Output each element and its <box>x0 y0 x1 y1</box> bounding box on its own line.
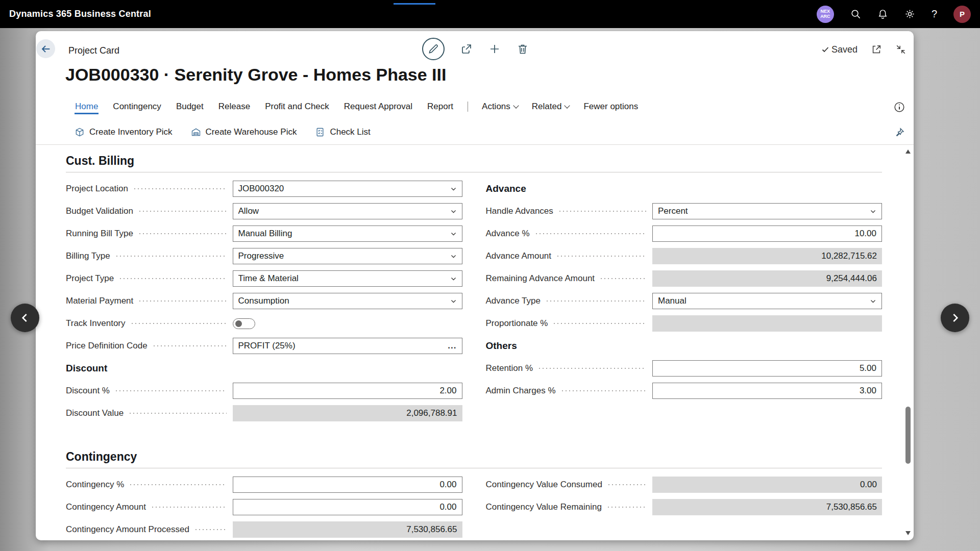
contingency-value-consumed-field: 0.00 <box>652 477 882 493</box>
saved-label: Saved <box>831 44 857 55</box>
back-button[interactable] <box>36 39 55 58</box>
contingency-pct-input[interactable] <box>233 477 462 493</box>
project-location-dropdown[interactable]: JOB000320 <box>233 181 462 197</box>
dotted-leader <box>132 323 227 324</box>
tab-report[interactable]: Report <box>427 99 454 114</box>
collapse-icon[interactable] <box>895 44 906 55</box>
field-row-advance-amount: Advance Amount 10,282,715.62 <box>486 245 883 267</box>
field-row-budget-validation: Budget Validation Allow <box>66 200 462 222</box>
field-label: Price Definition Code <box>66 341 148 351</box>
previous-record-button[interactable] <box>11 304 39 332</box>
assist-edit-button[interactable]: ... <box>448 341 456 351</box>
new-plus-icon[interactable] <box>488 43 501 55</box>
create-warehouse-pick-button[interactable]: Create Warehouse Pick <box>191 127 297 137</box>
next-record-button[interactable] <box>941 304 969 332</box>
open-in-window-icon[interactable] <box>871 44 882 55</box>
share-icon[interactable] <box>460 43 473 55</box>
tab-budget[interactable]: Budget <box>176 99 204 114</box>
field-value: Percent <box>658 206 688 216</box>
field-label: Proportionate % <box>486 318 548 329</box>
proportionate-pct-field <box>652 315 882 332</box>
card-type-label: Project Card <box>68 45 119 56</box>
tab-profit-and-check[interactable]: Profit and Check <box>264 99 330 114</box>
chevron-down-icon <box>450 208 457 215</box>
pin-icon[interactable] <box>894 127 905 138</box>
vertical-scrollbar[interactable] <box>904 147 912 537</box>
help-icon[interactable]: ? <box>932 8 937 20</box>
project-type-dropdown[interactable]: Time & Material <box>233 270 462 287</box>
field-row-running-bill-type: Running Bill Type Manual Billing <box>66 222 462 245</box>
tab-contingency[interactable]: Contingency <box>112 99 162 114</box>
dotted-leader <box>152 507 227 508</box>
fewer-options-button[interactable]: Fewer options <box>583 99 639 114</box>
actions-menu-label: Actions <box>482 102 510 112</box>
command-label: Create Inventory Pick <box>89 127 173 137</box>
tab-release[interactable]: Release <box>218 99 251 114</box>
price-definition-code-field[interactable]: PROFIT (25%) ... <box>233 338 462 354</box>
section-title-cust-billing: Cust. Billing <box>66 154 882 172</box>
chevron-down-icon <box>450 253 457 260</box>
field-label: Advance Amount <box>486 251 552 261</box>
field-label: Billing Type <box>66 251 110 261</box>
field-label: Admin Charges % <box>486 386 556 396</box>
saved-indicator: Saved <box>821 44 857 55</box>
org-avatar[interactable]: NEX ARC <box>817 6 834 23</box>
dotted-leader <box>559 211 646 212</box>
project-card: Project Card JOB000330 · Serenity Grove … <box>36 31 914 540</box>
settings-gear-icon[interactable] <box>904 9 915 19</box>
budget-validation-dropdown[interactable]: Allow <box>233 203 462 219</box>
tab-request-approval[interactable]: Request Approval <box>344 99 413 114</box>
scroll-down-arrow-icon[interactable] <box>905 531 911 535</box>
user-avatar[interactable]: P <box>953 6 971 23</box>
material-payment-dropdown[interactable]: Consumption <box>233 293 462 309</box>
warehouse-icon <box>191 127 201 137</box>
billing-type-dropdown[interactable]: Progressive <box>233 248 462 264</box>
field-value: Progressive <box>238 251 284 261</box>
actions-menu[interactable]: Actions <box>482 102 518 112</box>
handle-advances-dropdown[interactable]: Percent <box>652 203 882 219</box>
scroll-up-arrow-icon[interactable] <box>905 149 911 154</box>
create-inventory-pick-button[interactable]: Create Inventory Pick <box>75 127 173 137</box>
dotted-leader <box>562 390 646 391</box>
chevron-down-icon <box>450 231 457 237</box>
delete-trash-icon[interactable] <box>517 43 529 55</box>
discount-pct-input[interactable] <box>233 383 462 399</box>
tab-home[interactable]: Home <box>75 99 99 114</box>
dotted-leader <box>134 188 227 189</box>
field-label: Track Inventory <box>66 318 126 329</box>
field-row-contingency-amount-processed: Contingency Amount Processed 7,530,856.6… <box>66 518 462 540</box>
info-icon[interactable] <box>894 102 905 113</box>
check-list-button[interactable]: Check List <box>315 127 370 137</box>
org-avatar-line2: ARC <box>820 14 830 19</box>
dotted-leader <box>116 390 227 391</box>
retention-pct-input[interactable] <box>652 360 882 377</box>
contingency-columns: Contingency % Contingency Amount Conting… <box>66 473 882 540</box>
user-initial: P <box>960 10 965 18</box>
chevron-down-icon <box>450 298 457 305</box>
notifications-icon[interactable] <box>877 9 888 19</box>
field-row-advance-type: Advance Type Manual <box>486 290 883 312</box>
dotted-leader <box>139 233 227 234</box>
remaining-advance-amount-field: 9,254,444.06 <box>652 270 882 287</box>
admin-charges-pct-input[interactable] <box>652 383 882 399</box>
advance-pct-input[interactable] <box>652 226 882 242</box>
discount-value-field: 2,096,788.91 <box>233 405 462 421</box>
field-label: Material Payment <box>66 296 133 306</box>
field-row-retention-pct: Retention % <box>486 357 883 380</box>
dotted-leader <box>557 256 646 257</box>
running-bill-type-dropdown[interactable]: Manual Billing <box>233 226 462 242</box>
contingency-left-column: Contingency % Contingency Amount Conting… <box>66 473 462 540</box>
dotted-leader <box>608 484 646 485</box>
subsection-title-others: Others <box>486 335 883 357</box>
chevron-right-icon <box>948 311 962 324</box>
edit-button[interactable] <box>422 38 445 60</box>
track-inventory-toggle[interactable] <box>233 318 255 329</box>
scrollbar-thumb[interactable] <box>905 407 911 464</box>
advance-type-dropdown[interactable]: Manual <box>652 293 882 309</box>
related-menu[interactable]: Related <box>532 102 570 112</box>
chevron-down-icon <box>513 103 519 108</box>
search-icon[interactable] <box>850 9 861 19</box>
field-label: Advance Type <box>486 296 541 306</box>
contingency-amount-input[interactable] <box>233 499 462 515</box>
page-backdrop: Project Card JOB000330 · Serenity Grove … <box>0 28 980 551</box>
